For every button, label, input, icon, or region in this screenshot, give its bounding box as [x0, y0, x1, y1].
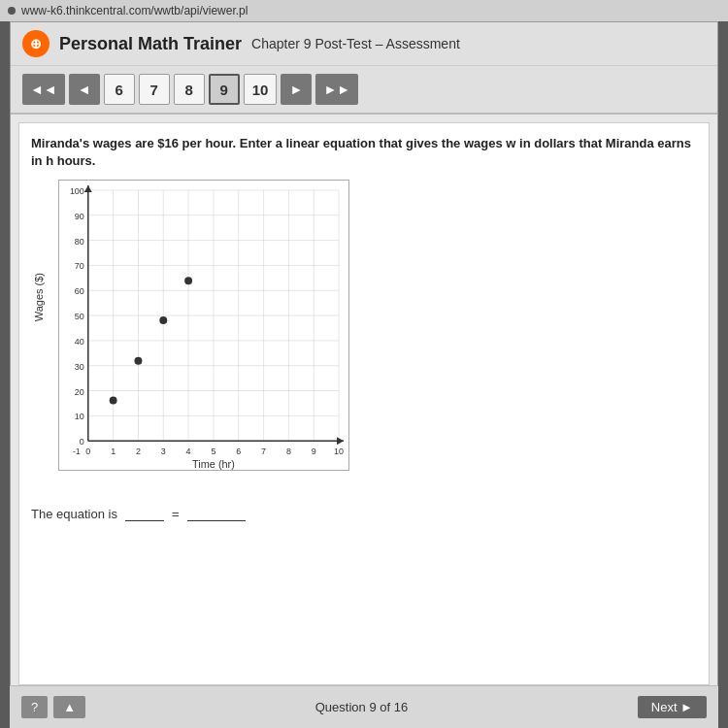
svg-text:70: 70	[75, 262, 84, 272]
svg-text:9: 9	[312, 447, 316, 456]
svg-text:100: 100	[70, 186, 84, 196]
svg-text:6: 6	[236, 447, 241, 456]
svg-marker-24	[337, 438, 344, 446]
footer: ? ▲ Question 9 of 16 Next ►	[10, 685, 718, 728]
browser-bar: www-k6.thinkcentral.com/wwtb/api/viewer.…	[0, 0, 728, 21]
question-text: Miranda's wages are $16 per hour. Enter …	[31, 135, 697, 170]
y-axis-label: Wages ($)	[33, 273, 45, 321]
next-fast-button[interactable]: ►►	[315, 74, 358, 105]
svg-text:3: 3	[161, 447, 166, 456]
graph-svg: .grid { stroke: #ccc; stroke-width: 0.5;…	[58, 180, 349, 471]
app-logo-icon: ⊕	[22, 30, 50, 57]
page-8-button[interactable]: 8	[174, 74, 205, 105]
svg-text:-1: -1	[73, 447, 81, 456]
svg-text:20: 20	[75, 387, 84, 397]
equation-label: The equation is	[31, 507, 117, 521]
svg-marker-25	[84, 185, 92, 192]
browser-url: www-k6.thinkcentral.com/wwtb/api/viewer.…	[21, 4, 248, 17]
hint-button[interactable]: ▲	[53, 696, 85, 718]
page-6-button[interactable]: 6	[104, 74, 135, 105]
app-header: ⊕ Personal Math Trainer Chapter 9 Post-T…	[11, 22, 717, 66]
graph-wrapper: Wages ($) .grid { stroke: #ccc; stroke-w…	[31, 180, 351, 490]
svg-text:Time (hr): Time (hr)	[192, 458, 235, 470]
svg-text:10: 10	[75, 413, 84, 422]
graph-container: Wages ($) .grid { stroke: #ccc; stroke-w…	[31, 180, 697, 490]
data-point-4	[184, 278, 192, 285]
svg-text:2: 2	[136, 447, 141, 456]
svg-text:0: 0	[80, 438, 84, 447]
help-button[interactable]: ?	[21, 696, 48, 718]
svg-text:90: 90	[75, 212, 84, 221]
svg-text:40: 40	[75, 337, 84, 347]
equation-input[interactable]	[125, 506, 164, 521]
browser-dot	[8, 7, 16, 15]
equation-rhs-input[interactable]	[187, 506, 246, 521]
svg-text:7: 7	[261, 447, 266, 456]
svg-text:50: 50	[75, 312, 84, 321]
data-point-1	[110, 397, 117, 405]
svg-text:60: 60	[75, 287, 84, 297]
app-title: Personal Math Trainer	[59, 34, 242, 54]
next-button[interactable]: Next ►	[638, 696, 707, 718]
svg-text:0: 0	[85, 447, 90, 456]
data-point-2	[134, 357, 142, 365]
svg-text:30: 30	[75, 362, 84, 372]
svg-text:10: 10	[334, 447, 344, 456]
navigation-bar: ◄◄ ◄ 6 7 8 9 10 ► ►►	[11, 66, 717, 115]
chapter-info: Chapter 9 Post-Test – Assessment	[251, 36, 460, 51]
footer-left: ? ▲	[21, 696, 85, 718]
question-counter: Question 9 of 16	[315, 700, 408, 714]
svg-text:1: 1	[111, 447, 116, 456]
data-point-3	[159, 316, 167, 324]
prev-fast-button[interactable]: ◄◄	[22, 74, 65, 105]
equation-area: The equation is =	[31, 506, 697, 521]
content-area: Miranda's wages are $16 per hour. Enter …	[18, 122, 710, 685]
svg-text:4: 4	[186, 447, 191, 456]
equation-equals: =	[172, 507, 180, 521]
svg-text:5: 5	[211, 447, 215, 456]
main-window: ⊕ Personal Math Trainer Chapter 9 Post-T…	[10, 21, 718, 720]
svg-text:80: 80	[75, 237, 84, 247]
prev-button[interactable]: ◄	[69, 74, 100, 105]
svg-text:8: 8	[286, 447, 291, 456]
next-button[interactable]: ►	[281, 74, 312, 105]
page-9-button[interactable]: 9	[209, 74, 240, 105]
page-10-button[interactable]: 10	[244, 74, 278, 105]
page-7-button[interactable]: 7	[139, 74, 170, 105]
